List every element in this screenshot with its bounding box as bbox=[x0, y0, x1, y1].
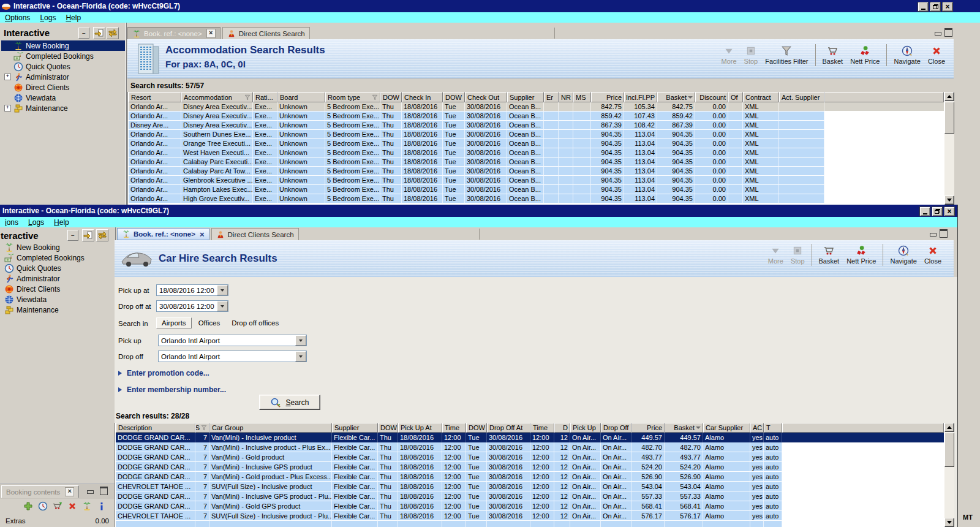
toolbar-stop-button[interactable]: Stop bbox=[741, 44, 762, 66]
column-header-basket[interactable]: Basket bbox=[665, 423, 703, 433]
tab-book-ref-none[interactable]: Book. ref.: <none>× bbox=[117, 228, 209, 240]
column-header-price[interactable]: Price bbox=[631, 423, 665, 433]
table-row[interactable]: Orlando Ar...Calabay Parc At Tow...Exe..… bbox=[129, 167, 944, 176]
sidebar-item-completed-bookings[interactable]: Completed Bookings bbox=[1, 252, 114, 263]
column-header-nr[interactable]: NR bbox=[559, 92, 573, 102]
toolbar-stop-button[interactable]: Stop bbox=[787, 244, 809, 266]
pickup-location-field[interactable]: Orlando Intl Airport bbox=[158, 335, 307, 346]
tab-direct-clients-search[interactable]: Direct Clients Search bbox=[211, 228, 299, 240]
sidebar-item-new-booking[interactable]: +New Booking bbox=[1, 40, 125, 51]
column-header-of[interactable]: Of bbox=[728, 92, 743, 102]
sidebar-item-new-booking[interactable]: New Booking bbox=[1, 242, 114, 252]
menu-logs[interactable]: Logs bbox=[35, 13, 61, 23]
table-row[interactable]: CHEVROLET TAHOE ...7SUV(Full Size) - Inc… bbox=[116, 482, 944, 491]
tab-close-icon[interactable]: × bbox=[65, 487, 74, 496]
minimize-button[interactable] bbox=[919, 207, 930, 216]
swap-panels-button[interactable] bbox=[107, 27, 119, 39]
column-header-drop-off[interactable]: Drop Off bbox=[601, 423, 631, 433]
dock-page-button[interactable] bbox=[93, 27, 105, 39]
table-row[interactable]: Orlando Ar...Glenbrook Executive ...Exe.… bbox=[129, 176, 944, 185]
column-header-d[interactable]: D bbox=[554, 423, 570, 433]
title-bar[interactable]: Interactive - Ocean-Florida (code: wHvcC… bbox=[0, 205, 957, 217]
table-row[interactable]: DODGE GRAND CAR...7Van(Mini) - Gold prod… bbox=[116, 452, 944, 462]
pickup-at-dropdown-icon[interactable] bbox=[217, 285, 228, 295]
column-header-act-supplier[interactable]: Act. Supplier bbox=[779, 92, 824, 102]
sidebar-item-direct-clients[interactable]: Direct Clients bbox=[1, 284, 114, 294]
column-header-drop-off-at[interactable]: Drop Off At bbox=[487, 423, 530, 433]
column-header-basket[interactable]: Basket bbox=[657, 92, 695, 102]
collapse-panel-button[interactable]: − bbox=[67, 230, 78, 241]
column-header-ac[interactable]: AC bbox=[750, 423, 764, 433]
column-header-resort[interactable]: Resort bbox=[129, 92, 181, 102]
panel-minimize-icon[interactable] bbox=[929, 229, 938, 237]
promotion-code-expander[interactable]: Enter promotion code... bbox=[118, 369, 209, 377]
table-row[interactable]: DODGE GRAND CAR...7Van(Mini) - Gold GPS … bbox=[116, 501, 944, 511]
column-header-dow[interactable]: DOW bbox=[378, 423, 398, 433]
column-header-incl-fl-pp[interactable]: Incl.Fl.PP bbox=[624, 92, 657, 102]
sidebar-item-quick-quotes[interactable]: Quick Quotes bbox=[1, 263, 114, 273]
menu-logs[interactable]: Logs bbox=[23, 218, 49, 227]
dropoff-location-field[interactable]: Orlando Intl Airport bbox=[158, 351, 307, 362]
tab-close-icon[interactable]: × bbox=[206, 29, 216, 38]
tab-close-icon[interactable]: × bbox=[200, 231, 205, 238]
column-header-time[interactable]: Time bbox=[442, 423, 466, 433]
panel-minimize-icon[interactable] bbox=[86, 487, 95, 495]
booking-clock-button[interactable] bbox=[37, 500, 49, 512]
column-header-accommodation[interactable]: Accommodation bbox=[181, 92, 253, 102]
table-row[interactable]: DODGE GRAND CAR...7Van(Mini) - Inclusive… bbox=[116, 442, 944, 452]
tab-direct-clients-search[interactable]: Direct Clients Search bbox=[222, 27, 310, 39]
pickup-at-field[interactable]: 18/08/2016 12:00 bbox=[156, 284, 228, 296]
table-row[interactable]: CHEVROLET TAHOE ...7SUV(Full Size) - Inc… bbox=[116, 511, 944, 521]
restore-button[interactable] bbox=[930, 2, 941, 12]
expand-icon[interactable]: + bbox=[4, 105, 11, 112]
column-header-contract[interactable]: Contract bbox=[743, 92, 779, 102]
column-header-t[interactable]: T bbox=[764, 423, 782, 433]
booking-palm-button[interactable] bbox=[81, 500, 93, 512]
table-row[interactable]: Orlando Ar...Calabay Parc Executi...Exe.… bbox=[129, 157, 944, 167]
table-row[interactable]: Orlando Ar...Hampton Lakes Exec...Exe...… bbox=[129, 185, 944, 194]
tab-book-ref-none[interactable]: Book. ref.: <none>× bbox=[127, 27, 221, 39]
column-header-er[interactable]: Er bbox=[544, 92, 559, 102]
menu-ions[interactable]: ions bbox=[0, 218, 23, 227]
column-header-rati[interactable]: Rati... bbox=[253, 92, 277, 102]
table-row[interactable] bbox=[116, 521, 944, 527]
toolbar-basket-button[interactable]: Basket bbox=[815, 244, 843, 266]
panel-maximize-icon[interactable] bbox=[939, 229, 948, 237]
dropoff-location-dropdown-icon[interactable] bbox=[295, 351, 306, 362]
dropoff-at-dropdown-icon[interactable] bbox=[217, 301, 228, 311]
column-header-check-in[interactable]: Check In bbox=[402, 92, 443, 102]
table-row[interactable]: DODGE GRAND CAR...7Van(Mini) - Gold prod… bbox=[116, 472, 944, 482]
panel-maximize-icon[interactable] bbox=[99, 487, 108, 495]
sidebar-item-maintenance[interactable]: Maintenance bbox=[1, 305, 114, 315]
dropoff-at-field[interactable]: 30/08/2016 12:00 bbox=[156, 300, 228, 312]
column-header-time[interactable]: Time bbox=[530, 423, 554, 433]
title-bar[interactable]: Interactive - Ocean-Florida (code: wHvcC… bbox=[0, 0, 980, 12]
sidebar-item-viewdata[interactable]: +Viewdata bbox=[1, 93, 125, 103]
menu-help[interactable]: Help bbox=[61, 13, 86, 23]
close-button[interactable]: × bbox=[942, 2, 953, 12]
expand-icon[interactable]: + bbox=[4, 74, 11, 80]
panel-maximize-icon[interactable] bbox=[944, 28, 953, 36]
search-button[interactable]: Search bbox=[259, 395, 320, 410]
column-header-car-supplier[interactable]: Car Supplier bbox=[703, 423, 750, 433]
column-header-dow[interactable]: DOW bbox=[466, 423, 487, 433]
sidebar-item-administrator[interactable]: Administrator bbox=[1, 273, 114, 284]
column-header-pick-up[interactable]: Pick Up bbox=[570, 423, 601, 433]
collapse-panel-button[interactable]: − bbox=[78, 28, 89, 39]
tab-booking-contents[interactable]: Booking contents × bbox=[1, 485, 79, 498]
scrollbar-thumb[interactable] bbox=[944, 102, 954, 134]
scroll-up-icon[interactable] bbox=[944, 423, 954, 432]
scrollbar-thumb[interactable] bbox=[944, 433, 954, 467]
booking-plus-button[interactable] bbox=[22, 500, 34, 512]
table-row[interactable]: Orlando Ar...Disney Area Executiv...Exe.… bbox=[129, 112, 944, 121]
dock-page-button[interactable] bbox=[82, 229, 94, 241]
column-header-price[interactable]: Price bbox=[591, 92, 624, 102]
membership-number-expander[interactable]: Enter membership number... bbox=[118, 385, 226, 394]
column-header-check-out[interactable]: Check Out bbox=[465, 92, 507, 102]
sidebar-item-completed-bookings[interactable]: +Completed Bookings bbox=[1, 51, 125, 61]
sidebar-item-viewdata[interactable]: Viewdata bbox=[1, 294, 114, 305]
restore-button[interactable] bbox=[932, 207, 943, 216]
search-in-tab-airports[interactable]: Airports bbox=[156, 317, 192, 328]
pickup-location-dropdown-icon[interactable] bbox=[295, 335, 306, 346]
sidebar-item-maintenance[interactable]: +Maintenance bbox=[1, 103, 125, 113]
